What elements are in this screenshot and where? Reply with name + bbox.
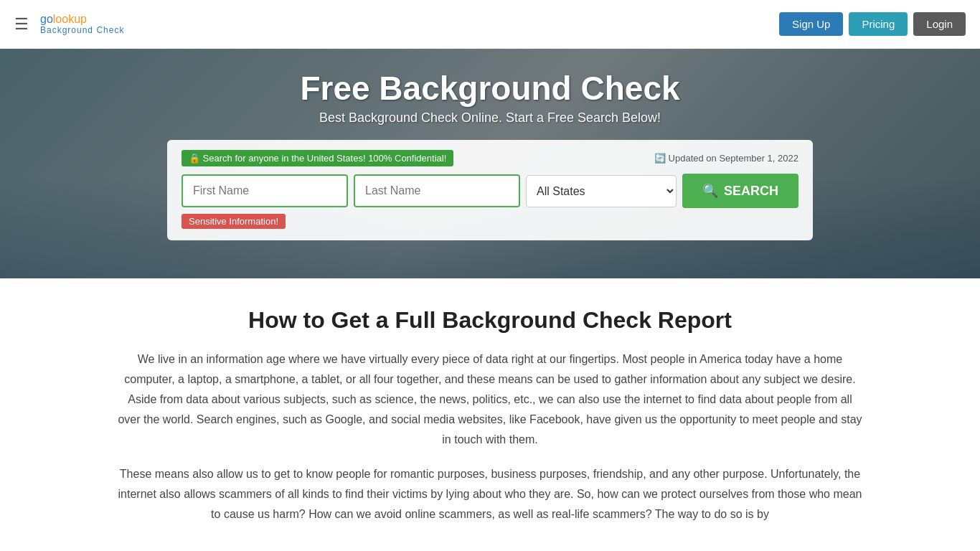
section-title: How to Get a Full Background Check Repor… xyxy=(117,307,863,334)
hamburger-menu-icon[interactable]: ☰ xyxy=(14,17,29,32)
section-paragraph-2: These means also allow us to get to know… xyxy=(117,464,863,524)
logo-subtitle: Background Check xyxy=(40,26,124,35)
last-name-input[interactable] xyxy=(354,174,520,207)
confidential-badge: 🔒 Search for anyone in the United States… xyxy=(182,150,453,166)
search-icon: 🔍 xyxy=(702,183,718,199)
logo-go: go xyxy=(40,13,53,25)
first-name-input[interactable] xyxy=(182,174,348,207)
pricing-button[interactable]: Pricing xyxy=(849,12,908,36)
updated-badge: 🔄 Updated on September 1, 2022 xyxy=(654,153,798,164)
site-header: ☰ golookup Background Check Sign Up Pric… xyxy=(0,0,980,49)
search-fields: All States Alabama Alaska Arizona Arkans… xyxy=(182,174,798,208)
signup-button[interactable]: Sign Up xyxy=(779,12,843,36)
search-box: 🔒 Search for anyone in the United States… xyxy=(167,140,813,240)
header-left: ☰ golookup Background Check xyxy=(14,13,124,35)
hero-subtitle: Best Background Check Online. Start a Fr… xyxy=(319,110,661,126)
state-select[interactable]: All States Alabama Alaska Arizona Arkans… xyxy=(526,175,677,207)
logo-lookup: lookup xyxy=(53,13,87,25)
header-nav: Sign Up Pricing Login xyxy=(779,12,966,36)
hero-title: Free Background Check xyxy=(300,69,679,108)
search-button[interactable]: 🔍 SEARCH xyxy=(682,174,798,208)
hero-section: Free Background Check Best Background Ch… xyxy=(0,49,980,278)
logo-text: golookup xyxy=(40,13,124,26)
sensitive-badge: Sensitive Information! xyxy=(182,214,286,229)
search-button-label: SEARCH xyxy=(724,184,778,199)
section-paragraph-1: We live in an information age where we h… xyxy=(117,349,863,450)
login-button[interactable]: Login xyxy=(913,12,966,36)
search-top-bar: 🔒 Search for anyone in the United States… xyxy=(182,150,798,166)
main-content: How to Get a Full Background Check Repor… xyxy=(95,278,885,551)
logo[interactable]: golookup Background Check xyxy=(40,13,124,35)
